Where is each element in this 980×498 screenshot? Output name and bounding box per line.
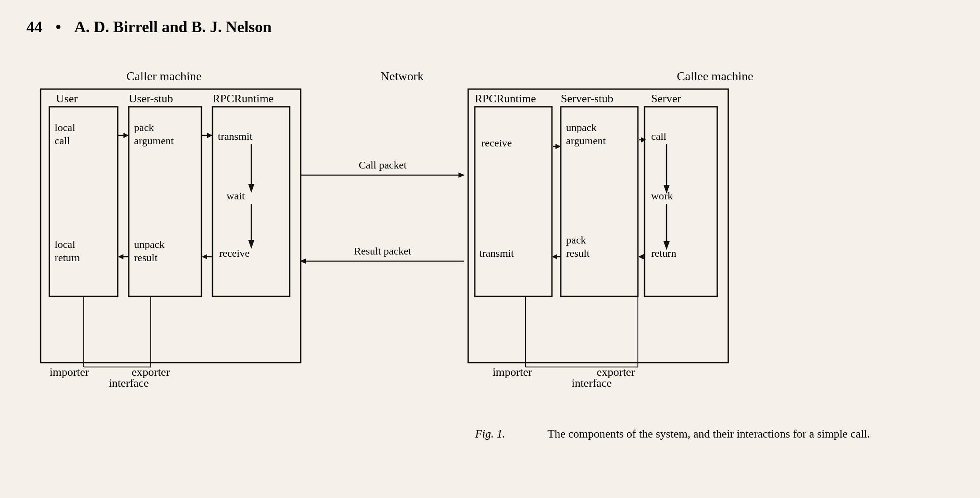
- svg-text:receive: receive: [219, 247, 250, 259]
- svg-text:result: result: [134, 252, 158, 263]
- svg-text:Server-stub: Server-stub: [561, 92, 613, 105]
- svg-text:call: call: [651, 131, 667, 142]
- svg-text:Server: Server: [651, 92, 681, 105]
- svg-text:pack: pack: [134, 122, 154, 133]
- svg-text:unpack: unpack: [134, 239, 164, 250]
- svg-text:return: return: [55, 252, 80, 263]
- svg-text:User: User: [56, 92, 78, 105]
- svg-marker-37: [458, 172, 465, 178]
- page-number: 44: [26, 18, 42, 36]
- svg-text:unpack: unpack: [566, 122, 596, 133]
- svg-text:work: work: [651, 190, 673, 202]
- svg-text:Fig. 1.: Fig. 1.: [474, 427, 505, 440]
- svg-text:interface: interface: [571, 377, 611, 389]
- svg-text:RPCRuntime: RPCRuntime: [212, 92, 274, 105]
- svg-rect-43: [475, 107, 552, 296]
- svg-text:pack: pack: [566, 234, 586, 246]
- author: A. D. Birrell and B. J. Nelson: [75, 18, 272, 36]
- svg-text:wait: wait: [227, 190, 245, 202]
- svg-text:importer: importer: [492, 366, 532, 378]
- svg-text:User-stub: User-stub: [129, 92, 173, 105]
- svg-text:Result packet: Result packet: [354, 245, 411, 257]
- svg-text:result: result: [566, 247, 590, 259]
- svg-text:local: local: [55, 122, 75, 133]
- bullet: •: [56, 18, 61, 36]
- diagram-container: Caller machine Network Callee machine Us…: [26, 58, 954, 455]
- svg-text:transmit: transmit: [479, 247, 514, 259]
- svg-text:RPCRuntime: RPCRuntime: [475, 92, 536, 105]
- network-label: Network: [380, 69, 424, 83]
- rpc-diagram: Caller machine Network Callee machine Us…: [27, 58, 953, 455]
- callee-machine-label: Callee machine: [677, 69, 753, 83]
- svg-text:importer: importer: [49, 366, 89, 378]
- svg-text:interface: interface: [108, 377, 149, 389]
- svg-text:argument: argument: [134, 135, 174, 146]
- caller-machine-label: Caller machine: [126, 69, 201, 83]
- svg-text:receive: receive: [481, 137, 512, 149]
- svg-text:call: call: [55, 135, 70, 146]
- svg-text:Call packet: Call packet: [358, 159, 406, 171]
- svg-text:transmit: transmit: [218, 131, 253, 142]
- svg-text:local: local: [55, 239, 75, 250]
- svg-text:return: return: [651, 247, 676, 259]
- svg-text:argument: argument: [566, 135, 606, 146]
- svg-text:The components of the system, : The components of the system, and their …: [548, 427, 870, 440]
- page-header: 44 • A. D. Birrell and B. J. Nelson: [26, 18, 954, 36]
